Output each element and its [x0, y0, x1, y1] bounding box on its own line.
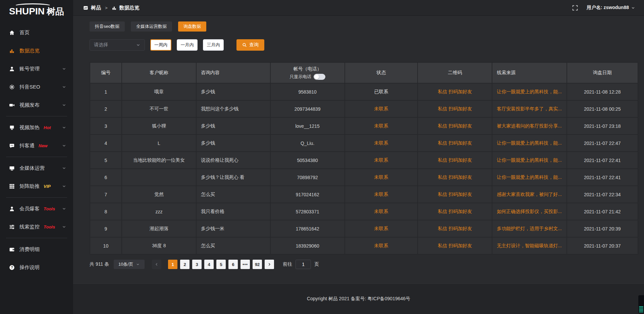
app-root: SHUPIN 树品 首页数据总览账号管理抖音SEO视频发布视频加热Hot抖客通N…: [0, 0, 644, 314]
column-header-label: 帐号（电话）: [293, 66, 322, 72]
page-size-select[interactable]: 10条/页: [114, 260, 145, 269]
floating-widget[interactable]: [638, 295, 644, 313]
breadcrumb-root[interactable]: 树品: [91, 5, 101, 11]
tab-inquiry-data[interactable]: 询盘数据: [178, 21, 206, 32]
chevron-down-icon: [136, 43, 141, 47]
qrcode-link[interactable]: 私信 扫码加好友: [418, 117, 492, 135]
chat-icon: [9, 143, 15, 149]
bar-chart-icon: [112, 5, 117, 10]
cell-id: 5: [90, 152, 122, 169]
filter-bar: 请选择 一周内一月内三月内 查询: [90, 39, 638, 51]
breadcrumb-current: 数据总览: [119, 5, 140, 11]
source-link[interactable]: 感谢大家喜欢我家，被问了好...: [492, 186, 567, 203]
qrcode-link[interactable]: 私信 扫码加好友: [418, 169, 492, 186]
sidebar-item-media-operation[interactable]: 全媒体运营: [0, 159, 73, 177]
source-link[interactable]: 让你一眼就爱上的黑科技，能...: [492, 83, 567, 100]
fullscreen-icon[interactable]: [572, 5, 578, 11]
search-button[interactable]: 查询: [236, 39, 264, 51]
cell-date: 2021-11-07 22:41: [567, 152, 638, 169]
source-link[interactable]: 让你一眼就爱上的黑科技，能...: [492, 152, 567, 169]
cell-content: 多少钱: [196, 117, 270, 135]
sidebar-item-video-heat[interactable]: 视频加热Hot: [0, 118, 73, 137]
cell-content: 怎么买: [196, 237, 270, 254]
prev-page-button[interactable]: [152, 260, 161, 269]
goto-page-input[interactable]: [296, 260, 311, 269]
cell-account: 178651642: [270, 220, 345, 237]
next-page-button[interactable]: [265, 260, 274, 269]
status-badge: 未联系: [345, 237, 418, 254]
qrcode-link[interactable]: 私信 扫码加好友: [418, 220, 492, 237]
cell-account: 2097344839: [270, 100, 345, 117]
range-button-1[interactable]: 一月内: [177, 39, 198, 51]
sidebar-item-consume-detail[interactable]: 消费明细: [0, 240, 73, 258]
page-button-3[interactable]: 3: [192, 260, 202, 269]
table-row: 1036度 8怎么买183929060未联系私信 扫码加好友无主灯设计，智能磁吸…: [90, 237, 638, 254]
cell-account: 70898792: [270, 169, 345, 186]
filter-select[interactable]: 请选择: [90, 39, 145, 51]
sidebar-item-matrix-boost[interactable]: 矩阵助推VIP: [0, 177, 73, 195]
cell-date: 2021-11-08 12:28: [567, 83, 638, 100]
chevron-down-icon: [62, 125, 66, 130]
source-link[interactable]: 如何正确选择投影仪，买投影...: [492, 203, 567, 220]
page-button-1[interactable]: 1: [168, 260, 177, 269]
source-link[interactable]: 无主灯设计，智能磁吸轨道灯...: [492, 237, 567, 254]
pagination-ellipsis[interactable]: •••: [240, 260, 250, 269]
source-link[interactable]: 客厅安装投影半年多了，真实...: [492, 100, 567, 117]
chevron-down-icon: [631, 6, 635, 10]
range-button-2[interactable]: 三月内: [203, 39, 224, 51]
table-row: 1哦章多少钱9583810已联系私信 扫码加好友让你一眼就爱上的黑科技，能...…: [90, 83, 638, 100]
table-row: 3狐小狸多少钱love__1215未联系私信 扫码加好友被大家追着问的客厅投影分…: [90, 117, 638, 135]
source-link[interactable]: 让你一眼就爱上的黑科技，能...: [492, 135, 567, 152]
sidebar-item-label: 抖客通: [19, 143, 35, 149]
sidebar-item-data-overview[interactable]: 数据总览: [0, 42, 73, 60]
page-button-2[interactable]: 2: [180, 260, 190, 269]
sidebar-item-operation-guide[interactable]: ?操作说明: [0, 258, 73, 276]
page-button-5[interactable]: 5: [216, 260, 226, 269]
goto-label: 前往: [283, 261, 292, 267]
table-row: 6多少钱？让我死心 看70898792未联系私信 扫码加好友让你一眼就爱上的黑科…: [90, 169, 638, 186]
sidebar-item-douyin-seo[interactable]: 抖音SEO: [0, 78, 73, 96]
sidebar-item-home[interactable]: 首页: [0, 23, 73, 42]
cell-account: 50534380: [270, 152, 345, 169]
chevron-left-icon: [155, 262, 159, 266]
column-header-content: 咨询内容: [196, 62, 270, 83]
qrcode-link[interactable]: 私信 扫码加好友: [418, 237, 492, 254]
page-button-6[interactable]: 6: [228, 260, 238, 269]
page-button-92[interactable]: 92: [253, 260, 262, 269]
sidebar-item-account-manage[interactable]: 账号管理: [0, 60, 73, 78]
sidebar-item-video-publish[interactable]: 视频发布: [0, 96, 73, 114]
sidebar-item-douketong[interactable]: 抖客通New: [0, 137, 73, 155]
status-badge: 未联系: [345, 169, 418, 186]
cell-content: 说说价格让我死心: [196, 152, 270, 169]
cell-date: 2021-11-07 22:47: [567, 135, 638, 152]
sidebar-item-label: 会员爆客: [19, 206, 40, 212]
user-menu[interactable]: 用户名: zswodun88: [587, 5, 635, 11]
qrcode-link[interactable]: 私信 扫码加好友: [418, 203, 492, 220]
badge-tools: Tools: [44, 224, 55, 229]
tab-media-operation-data[interactable]: 全媒体运营数据: [131, 21, 172, 32]
brand-logo[interactable]: SHUPIN 树品: [0, 3, 73, 20]
cell-date: 2021-11-07 20:37: [567, 237, 638, 254]
source-link[interactable]: 多功能护栏灯，适用于乡村文...: [492, 220, 567, 237]
sidebar-item-label: 线索监控: [19, 224, 40, 230]
qrcode-link[interactable]: 私信 扫码加好友: [418, 135, 492, 152]
phone-only-toggle[interactable]: [314, 74, 325, 80]
qrcode-link[interactable]: 私信 扫码加好友: [418, 100, 492, 117]
cell-content: 多少钱？让我死心 看: [196, 169, 270, 186]
source-link[interactable]: 让你一眼就爱上的黑科技，能...: [492, 169, 567, 186]
search-icon: [242, 43, 247, 47]
tab-douyin-seo-data[interactable]: 抖音seo数据: [90, 21, 125, 32]
page-button-4[interactable]: 4: [204, 260, 214, 269]
sidebar-item-label: 账号管理: [19, 66, 40, 72]
wallet-icon: [9, 247, 15, 252]
source-link[interactable]: 被大家追着问的客厅投影分享...: [492, 117, 567, 135]
range-button-0[interactable]: 一周内: [150, 39, 171, 51]
sidebar-item-member-baoke[interactable]: 会员爆客Tools: [0, 200, 73, 218]
qrcode-link[interactable]: 私信 扫码加好友: [418, 186, 492, 203]
phone-toggle-label: 只显示电话: [289, 74, 311, 80]
chevron-down-icon: [62, 206, 66, 211]
sidebar-item-clue-monitor[interactable]: 线索监控Tools: [0, 218, 73, 236]
qrcode-link[interactable]: 私信 扫码加好友: [418, 83, 492, 100]
qrcode-link[interactable]: 私信 扫码加好友: [418, 152, 492, 169]
cell-nickname: zzz: [122, 203, 196, 220]
